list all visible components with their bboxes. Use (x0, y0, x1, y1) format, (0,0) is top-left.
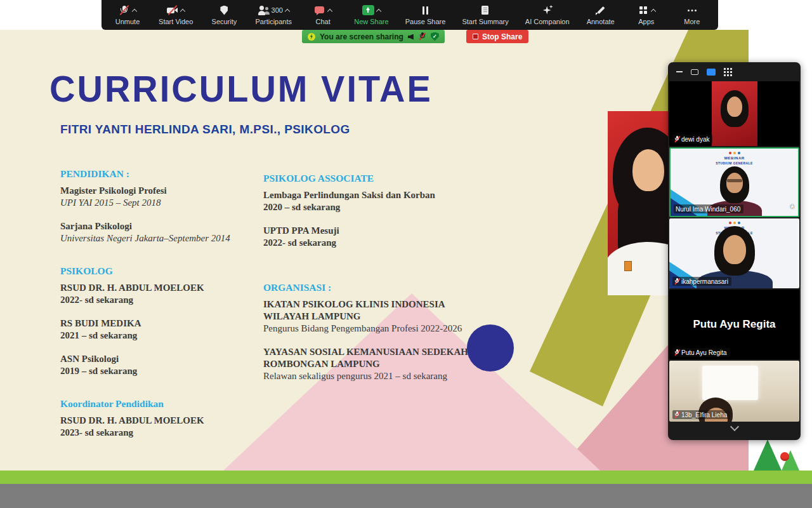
mic-muted-icon (674, 349, 679, 356)
camera-muted-icon (167, 5, 178, 16)
person-face (726, 173, 743, 193)
speaker-icon (408, 33, 415, 41)
entry-title: UPTD PPA Mesuji (263, 225, 476, 237)
chevron-up-icon[interactable] (327, 8, 332, 13)
section-heading: ORGANISASI : (263, 282, 476, 293)
webinar-logos (729, 152, 740, 154)
zoom-meeting-screen: CURRICULUM VITAE FITRI YANTI HERLINDA SA… (0, 0, 812, 508)
toolbar-label: More (684, 18, 700, 25)
mic-muted-icon (674, 136, 679, 143)
video-tile-ikahpermanasari[interactable]: WEBINAR STUDIUM GENERALE ikahpermanasari (669, 218, 799, 288)
stop-share-button[interactable]: Stop Share (466, 30, 528, 43)
photo-badge (624, 261, 632, 271)
speaker-view-icon[interactable] (691, 69, 698, 75)
video-tile-bottom[interactable]: 13b_Elfira Lieha (669, 361, 799, 422)
section-heading: PENDIDIKAN : (60, 168, 260, 180)
glasses (727, 179, 742, 182)
sharing-indicator-icon (308, 33, 315, 41)
photo-face (632, 149, 664, 191)
section-psikolog-associate: PSIKOLOG ASSOCIATE Lembaga Perlindungan … (263, 173, 476, 249)
video-tile-putu-no-video[interactable]: Putu Ayu Regita Putu Ayu Regita (669, 290, 799, 359)
participants-button[interactable]: 300 Participants (256, 0, 292, 30)
participant-name-tag: 13b_Elfira Lieha (672, 410, 730, 419)
participants-icon (258, 5, 270, 16)
entry-sub: 2022- sd sekarang (60, 294, 260, 306)
participant-name-tag: Nurul Ima Windari_060 (674, 204, 743, 213)
new-share-icon (362, 5, 374, 15)
toolbar-label: Pause Share (405, 18, 446, 25)
participants-count: 300 (272, 6, 283, 14)
active-view-icon[interactable] (707, 69, 716, 76)
shield-icon (218, 5, 230, 16)
toolbar-label: Start Summary (462, 18, 508, 25)
participant-name-tag: ikahpermanasari (672, 277, 731, 286)
zoom-toolbar: Unmute Start Video Security 300 Particip… (102, 0, 718, 30)
toolbar-label: Security (212, 18, 237, 25)
pause-icon (420, 5, 431, 16)
webinar-bg-title: WEBINAR (671, 156, 798, 160)
chevron-up-icon[interactable] (132, 8, 137, 13)
ai-companion-button[interactable]: AI Companion (525, 0, 570, 30)
entry-sub: UPI YAI 2015 – Sept 2018 (60, 197, 260, 209)
apps-button[interactable]: Apps (632, 0, 661, 30)
more-button[interactable]: More (678, 0, 707, 30)
toolbar-label: Apps (638, 18, 654, 25)
entry-title: Sarjana Psikologi (60, 220, 260, 232)
collapse-panel-chevron[interactable] (730, 422, 738, 431)
entry-title: IKATAN PSIKOLOG KLINIS INDONESIA WILAYAH… (263, 298, 476, 323)
entry-title: Magister Psikologi Profesi (60, 185, 260, 197)
summary-doc-icon (480, 5, 491, 16)
chevron-up-icon[interactable] (180, 8, 185, 13)
toolbar-label: AI Companion (525, 18, 570, 25)
entry-title: YAYASAN SOSIAL KEMANUSIAAN SEDEKAH ROMBO… (263, 346, 476, 370)
new-share-button[interactable]: New Share (354, 0, 388, 30)
section-heading: Koordinator Pendidikan (60, 398, 260, 410)
pine-tree-icon (754, 439, 782, 471)
participants-panel: dewi dyak WEBINAR STUDIUM GENERALE Nurul… (668, 62, 801, 440)
ai-sparkle-icon (542, 5, 553, 16)
entry-title: Lembaga Perlindungan Saksi dan Korban (263, 189, 476, 201)
chevron-up-icon[interactable] (651, 8, 656, 13)
unmute-button[interactable]: Unmute (113, 0, 142, 30)
mic-muted-icon (419, 32, 426, 41)
pause-share-button[interactable]: Pause Share (405, 0, 446, 30)
start-video-button[interactable]: Start Video (159, 0, 193, 30)
annotate-button[interactable]: Annotate (586, 0, 615, 30)
section-heading: PSIKOLOG ASSOCIATE (263, 173, 476, 184)
entry-sub: 2020 – sd sekarang (263, 201, 476, 213)
toolbar-label: Participants (256, 18, 292, 25)
entry-sub: Universitas Negeri Jakarta–September 201… (60, 232, 260, 244)
participant-name: Putu Ayu Regita (681, 349, 727, 356)
toolbar-label: Chat (315, 18, 330, 25)
person-face (723, 235, 746, 264)
asterisk-icon: * (790, 204, 794, 214)
panel-header (668, 62, 801, 81)
section-psikolog: PSIKOLOG RSUD DR. H. ABDUL MOELOEK 2022-… (60, 265, 260, 377)
participant-name: ikahpermanasari (681, 278, 728, 285)
entry-sub: 2021 – sd sekarang (60, 330, 260, 342)
chat-button[interactable]: Chat (308, 0, 337, 30)
chevron-up-icon[interactable] (285, 8, 290, 13)
entry-sub: 2019 – sd sekarang (60, 365, 260, 377)
video-feed (712, 81, 757, 146)
section-heading: PSIKOLOG (60, 265, 260, 277)
section-organisasi: ORGANISASI : IKATAN PSIKOLOG KLINIS INDO… (263, 282, 476, 382)
start-summary-button[interactable]: Start Summary (462, 0, 508, 30)
security-shield-icon: ✓ (431, 32, 439, 41)
minimize-icon[interactable] (676, 71, 683, 72)
security-button[interactable]: Security (209, 0, 239, 30)
participant-name: 13b_Elfira Lieha (681, 411, 727, 418)
slide-green-strip (0, 471, 812, 484)
gallery-view-icon[interactable] (724, 68, 732, 76)
panel-footer (668, 423, 801, 433)
slide-subtitle: FITRI YANTI HERLINDA SARI, M.PSI., PSIKO… (60, 123, 350, 137)
entry-sub: 2023- sd sekarang (60, 427, 260, 439)
entry-title: RSUD DR. H. ABDUL MOELOEK (60, 282, 260, 294)
mic-muted-icon (119, 5, 130, 16)
chevron-up-icon[interactable] (376, 8, 381, 13)
shared-slide: CURRICULUM VITAE FITRI YANTI HERLINDA SA… (0, 30, 749, 471)
entry-title: ASN Psikologi (60, 353, 260, 365)
video-tile-dewi-dyak[interactable]: dewi dyak (669, 81, 799, 146)
toolbar-label: Unmute (115, 18, 140, 25)
video-tile-nurul-active-speaker[interactable]: WEBINAR STUDIUM GENERALE Nurul Ima Winda… (669, 147, 799, 217)
